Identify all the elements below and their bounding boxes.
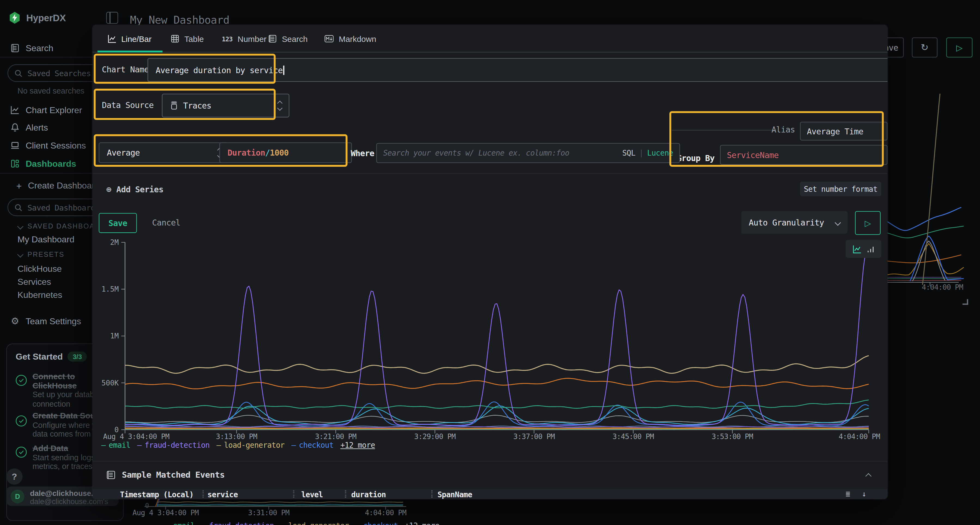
avatar: D: [11, 489, 24, 503]
legend-item[interactable]: +12 more: [405, 522, 439, 525]
preview-chart-xtick: 3:13:00 PM: [216, 432, 257, 441]
legend-item[interactable]: —fraud-detection: [137, 441, 210, 450]
create-dashboard-label: Create Dashboard: [28, 181, 100, 191]
granularity-select[interactable]: Auto Granularity: [741, 211, 848, 234]
help-button[interactable]: ?: [6, 468, 22, 485]
legend-item[interactable]: —load-generator: [216, 441, 285, 450]
chart-name-input[interactable]: Average duration by service: [148, 58, 888, 82]
column-resize-handle[interactable]: [345, 490, 346, 498]
bell-icon: [10, 122, 20, 132]
data-source-label: Data Source: [102, 95, 154, 115]
tab-table[interactable]: Table: [171, 25, 204, 52]
list-doc-icon: [106, 470, 115, 479]
column-resize-handle[interactable]: [431, 490, 433, 498]
svg-text:1.5M: 1.5M: [102, 285, 119, 293]
resize-handle-icon[interactable]: [963, 299, 968, 305]
page-title: My New Dashboard: [130, 14, 229, 26]
tab-search[interactable]: Search: [268, 25, 308, 52]
group-by-input[interactable]: ServiceName: [720, 145, 888, 165]
events-table-header: Timestamp (Local) service level duration…: [92, 489, 888, 499]
sidebar-item-label: Alerts: [25, 122, 48, 132]
column-header[interactable]: Timestamp (Local): [120, 489, 194, 499]
preview-chart-xtick: 4:04:00 PM: [839, 432, 880, 441]
chart-type-toggle[interactable]: [846, 240, 881, 258]
sql-mode-toggle[interactable]: SQL: [622, 149, 635, 157]
legend-item[interactable]: —checkout: [291, 441, 334, 450]
alias-connector-line: [672, 130, 775, 130]
tab-markdown[interactable]: Markdown: [325, 25, 376, 52]
hyperdx-logo-icon: [9, 11, 21, 24]
chevron-down-icon: [835, 219, 841, 225]
sample-events-title: Sample Matched Events: [122, 470, 224, 480]
get-started-step[interactable]: Add Data Start sending logs, metrics, or…: [32, 444, 97, 471]
preview-chart: 2M1.5M1M500K0: [100, 239, 881, 435]
where-placeholder: Search your events w/ Lucene ex. column:…: [383, 149, 569, 157]
sidebar-item-kubernetes[interactable]: Kubernetes: [18, 290, 62, 300]
data-source-select[interactable]: Traces: [162, 94, 290, 117]
play-icon: ▷: [865, 218, 871, 227]
chart-editor-modal: Line/Bar Table 123 Number Search Markdow…: [92, 25, 888, 499]
add-series-button[interactable]: ⊕ Add Series: [106, 184, 163, 194]
column-header[interactable]: SpanName: [438, 489, 472, 499]
background-chart-xtick: 4:04:00 PM: [920, 283, 965, 292]
check-circle-icon: [15, 374, 27, 387]
alias-input[interactable]: Average Time: [800, 122, 888, 141]
background-chart: [888, 94, 966, 288]
svg-text:500K: 500K: [102, 379, 119, 387]
set-number-format-button[interactable]: Set number format: [800, 182, 881, 196]
lucene-mode-toggle[interactable]: Lucene: [647, 149, 673, 157]
aggregation-select[interactable]: Average: [99, 142, 229, 163]
play-icon: ▷: [956, 43, 963, 52]
refresh-button[interactable]: ↻: [912, 38, 937, 57]
background-legend: —email—fraud-detection—load-generator—ch…: [165, 522, 439, 525]
saved-searches-placeholder: Saved Searches: [27, 68, 91, 78]
mini-chart-xtick: Aug 4 3:04:00 PM: [132, 508, 199, 517]
save-button[interactable]: Save: [99, 213, 137, 233]
tab-line-bar[interactable]: Line/Bar: [108, 25, 152, 52]
check-circle-icon: [15, 414, 27, 427]
where-search-input[interactable]: Search your events w/ Lucene ex. column:…: [376, 143, 680, 163]
run-query-button[interactable]: ▷: [946, 38, 972, 57]
sidebar-item-services[interactable]: Services: [18, 277, 51, 287]
legend-item[interactable]: —email: [165, 522, 195, 525]
saved-dashboards-placeholder: Saved Dashboards: [27, 203, 100, 212]
sidebar-item-clickhouse[interactable]: ClickHouse: [18, 263, 62, 274]
legend-item[interactable]: —load-generator: [281, 522, 349, 525]
preview-run-button[interactable]: ▷: [855, 211, 881, 235]
chevron-down-icon: [17, 251, 24, 257]
column-resize-handle[interactable]: [202, 490, 204, 498]
tab-number[interactable]: 123 Number: [222, 25, 267, 52]
row-density-icon[interactable]: ≣: [846, 490, 850, 498]
sidebar-item-label: Client Sessions: [25, 141, 86, 151]
field-expression-input[interactable]: Duration/1000: [220, 142, 352, 163]
123-icon: 123: [222, 35, 232, 42]
brand-name: HyperDX: [26, 13, 65, 23]
mini-chart-xtick: 3:31:00 PM: [248, 508, 290, 517]
cancel-button[interactable]: Cancel: [149, 213, 184, 232]
alias-label: Alias: [770, 125, 795, 134]
plus-icon: +: [16, 180, 22, 191]
column-header[interactable]: service: [207, 489, 238, 499]
legend-item[interactable]: —email: [101, 441, 130, 450]
laptop-icon: [10, 141, 20, 151]
no-saved-searches-text: No saved searches: [18, 87, 84, 95]
sidebar-item-my-dashboard[interactable]: My Dashboard: [18, 234, 74, 244]
legend-item[interactable]: —fraud-detection: [202, 522, 274, 525]
magnifier-icon: [14, 203, 22, 211]
chart-name-label: Chart Name: [102, 59, 149, 79]
preview-chart-xtick: 3:45:00 PM: [612, 432, 654, 441]
sidebar-collapse-icon[interactable]: [106, 12, 118, 24]
collapse-chevron-icon[interactable]: [865, 473, 872, 479]
column-resize-handle[interactable]: [293, 490, 294, 498]
download-icon[interactable]: ↓: [862, 490, 866, 498]
sample-events-header[interactable]: Sample Matched Events: [106, 470, 224, 480]
circle-plus-icon: ⊕: [106, 184, 111, 194]
legend-item[interactable]: —checkout: [356, 522, 398, 525]
preview-chart-legend[interactable]: —email—fraud-detection—load-generator—ch…: [101, 441, 375, 450]
table-icon: [171, 34, 180, 43]
column-header[interactable]: level: [301, 489, 323, 499]
brand-logo[interactable]: HyperDX: [9, 11, 66, 24]
column-header[interactable]: duration: [351, 489, 386, 499]
presets-section[interactable]: PRESETS: [18, 251, 65, 258]
legend-item[interactable]: +12 more: [340, 441, 375, 450]
